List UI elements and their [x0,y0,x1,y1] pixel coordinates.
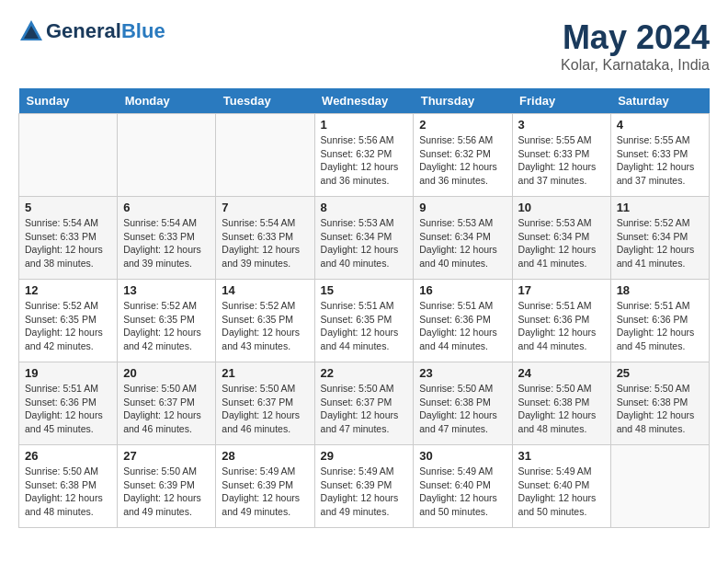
calendar-header-row: SundayMondayTuesdayWednesdayThursdayFrid… [19,88,710,114]
calendar-cell: 21Sunrise: 5:50 AM Sunset: 6:37 PM Dayli… [216,362,314,445]
day-number: 25 [617,366,703,380]
day-number: 8 [321,201,408,214]
calendar-cell: 15Sunrise: 5:51 AM Sunset: 6:35 PM Dayli… [314,280,414,362]
day-info: Sunrise: 5:53 AM Sunset: 6:34 PM Dayligh… [518,216,605,270]
day-number: 22 [321,366,408,380]
day-info: Sunrise: 5:56 AM Sunset: 6:32 PM Dayligh… [419,133,506,188]
day-info: Sunrise: 5:49 AM Sunset: 6:39 PM Dayligh… [222,465,308,519]
day-number: 21 [222,366,308,380]
weekday-header-thursday: Thursday [414,88,512,114]
calendar-cell: 6Sunrise: 5:54 AM Sunset: 6:33 PM Daylig… [118,197,216,280]
calendar-cell: 27Sunrise: 5:50 AM Sunset: 6:39 PM Dayli… [118,445,216,528]
day-number: 28 [222,449,308,463]
calendar-cell: 19Sunrise: 5:51 AM Sunset: 6:36 PM Dayli… [19,362,118,445]
day-number: 4 [617,118,703,132]
calendar-cell: 13Sunrise: 5:52 AM Sunset: 6:35 PM Dayli… [118,280,216,362]
day-number: 9 [419,201,506,214]
day-info: Sunrise: 5:49 AM Sunset: 6:40 PM Dayligh… [518,465,605,519]
calendar-cell: 20Sunrise: 5:50 AM Sunset: 6:37 PM Dayli… [118,362,216,445]
calendar-cell: 5Sunrise: 5:54 AM Sunset: 6:33 PM Daylig… [19,197,118,280]
day-info: Sunrise: 5:55 AM Sunset: 6:33 PM Dayligh… [617,133,703,188]
day-info: Sunrise: 5:53 AM Sunset: 6:34 PM Dayligh… [321,216,408,270]
weekday-header-sunday: Sunday [19,88,118,114]
day-number: 20 [123,366,210,380]
day-number: 15 [321,283,408,297]
day-info: Sunrise: 5:51 AM Sunset: 6:36 PM Dayligh… [419,299,506,353]
day-number: 3 [518,118,605,132]
calendar-cell: 31Sunrise: 5:49 AM Sunset: 6:40 PM Dayli… [512,445,610,528]
day-number: 10 [518,201,605,214]
day-info: Sunrise: 5:53 AM Sunset: 6:34 PM Dayligh… [419,216,506,270]
calendar-cell [19,114,118,197]
day-info: Sunrise: 5:50 AM Sunset: 6:37 PM Dayligh… [222,382,308,436]
day-number: 5 [25,201,111,214]
day-number: 29 [321,449,408,463]
day-number: 17 [518,283,605,297]
calendar-cell: 30Sunrise: 5:49 AM Sunset: 6:40 PM Dayli… [414,445,512,528]
calendar-week-row: 19Sunrise: 5:51 AM Sunset: 6:36 PM Dayli… [19,362,710,445]
logo-general-text: General [46,19,121,43]
title-section: May 2024 Kolar, Karnataka, India [561,18,710,74]
calendar-cell [118,114,216,197]
calendar-cell: 24Sunrise: 5:50 AM Sunset: 6:38 PM Dayli… [512,362,610,445]
calendar-cell: 25Sunrise: 5:50 AM Sunset: 6:38 PM Dayli… [610,362,709,445]
weekday-header-monday: Monday [118,88,216,114]
logo: GeneralBlue [18,18,165,44]
day-number: 14 [222,283,308,297]
calendar-cell: 14Sunrise: 5:52 AM Sunset: 6:35 PM Dayli… [216,280,314,362]
day-info: Sunrise: 5:52 AM Sunset: 6:35 PM Dayligh… [222,299,308,353]
day-number: 11 [617,201,703,214]
calendar-cell: 4Sunrise: 5:55 AM Sunset: 6:33 PM Daylig… [610,114,709,197]
day-info: Sunrise: 5:50 AM Sunset: 6:38 PM Dayligh… [25,465,111,519]
day-info: Sunrise: 5:50 AM Sunset: 6:37 PM Dayligh… [321,382,408,436]
day-info: Sunrise: 5:54 AM Sunset: 6:33 PM Dayligh… [25,216,111,270]
day-info: Sunrise: 5:51 AM Sunset: 6:36 PM Dayligh… [518,299,605,353]
day-info: Sunrise: 5:50 AM Sunset: 6:38 PM Dayligh… [518,382,605,436]
calendar-cell: 11Sunrise: 5:52 AM Sunset: 6:34 PM Dayli… [610,197,709,280]
day-info: Sunrise: 5:51 AM Sunset: 6:36 PM Dayligh… [617,299,703,353]
day-number: 2 [419,118,506,132]
day-number: 31 [518,449,605,463]
calendar-cell: 26Sunrise: 5:50 AM Sunset: 6:38 PM Dayli… [19,445,118,528]
day-number: 24 [518,366,605,380]
day-info: Sunrise: 5:52 AM Sunset: 6:34 PM Dayligh… [617,216,703,270]
weekday-header-saturday: Saturday [610,88,709,114]
day-info: Sunrise: 5:54 AM Sunset: 6:33 PM Dayligh… [123,216,210,270]
day-info: Sunrise: 5:56 AM Sunset: 6:32 PM Dayligh… [321,133,408,188]
day-info: Sunrise: 5:54 AM Sunset: 6:33 PM Dayligh… [222,216,308,270]
day-info: Sunrise: 5:52 AM Sunset: 6:35 PM Dayligh… [25,299,111,353]
calendar-cell [216,114,314,197]
calendar-week-row: 26Sunrise: 5:50 AM Sunset: 6:38 PM Dayli… [19,445,710,528]
calendar-cell: 3Sunrise: 5:55 AM Sunset: 6:33 PM Daylig… [512,114,610,197]
location-subtitle: Kolar, Karnataka, India [561,57,710,74]
calendar-cell: 28Sunrise: 5:49 AM Sunset: 6:39 PM Dayli… [216,445,314,528]
calendar-cell: 12Sunrise: 5:52 AM Sunset: 6:35 PM Dayli… [19,280,118,362]
calendar-cell: 8Sunrise: 5:53 AM Sunset: 6:34 PM Daylig… [314,197,414,280]
calendar-cell: 9Sunrise: 5:53 AM Sunset: 6:34 PM Daylig… [414,197,512,280]
calendar-cell: 29Sunrise: 5:49 AM Sunset: 6:39 PM Dayli… [314,445,414,528]
logo-blue-text: Blue [121,19,165,43]
calendar-week-row: 12Sunrise: 5:52 AM Sunset: 6:35 PM Dayli… [19,280,710,362]
day-number: 18 [617,283,703,297]
calendar-week-row: 5Sunrise: 5:54 AM Sunset: 6:33 PM Daylig… [19,197,710,280]
logo-icon [18,18,44,44]
page-header: GeneralBlue May 2024 Kolar, Karnataka, I… [18,18,710,74]
day-number: 23 [419,366,506,380]
calendar-cell [610,445,709,528]
day-number: 7 [222,201,308,214]
calendar-cell: 7Sunrise: 5:54 AM Sunset: 6:33 PM Daylig… [216,197,314,280]
day-info: Sunrise: 5:50 AM Sunset: 6:38 PM Dayligh… [617,382,703,436]
calendar-week-row: 1Sunrise: 5:56 AM Sunset: 6:32 PM Daylig… [19,114,710,197]
calendar-cell: 16Sunrise: 5:51 AM Sunset: 6:36 PM Dayli… [414,280,512,362]
day-number: 13 [123,283,210,297]
weekday-header-wednesday: Wednesday [314,88,414,114]
day-info: Sunrise: 5:52 AM Sunset: 6:35 PM Dayligh… [123,299,210,353]
day-number: 12 [25,283,111,297]
day-info: Sunrise: 5:49 AM Sunset: 6:39 PM Dayligh… [321,465,408,519]
calendar-cell: 10Sunrise: 5:53 AM Sunset: 6:34 PM Dayli… [512,197,610,280]
day-number: 26 [25,449,111,463]
day-number: 6 [123,201,210,214]
calendar-cell: 2Sunrise: 5:56 AM Sunset: 6:32 PM Daylig… [414,114,512,197]
day-info: Sunrise: 5:50 AM Sunset: 6:37 PM Dayligh… [123,382,210,436]
day-info: Sunrise: 5:50 AM Sunset: 6:39 PM Dayligh… [123,465,210,519]
